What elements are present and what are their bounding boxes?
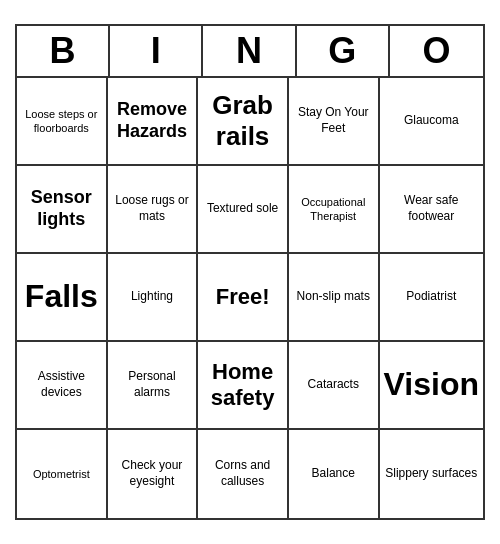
header-letter: O [390, 26, 483, 76]
header-letter: G [297, 26, 390, 76]
bingo-cell[interactable]: Wear safe footwear [380, 166, 483, 254]
bingo-cell[interactable]: Loose rugs or mats [108, 166, 199, 254]
bingo-cell[interactable]: Falls [17, 254, 108, 342]
header-letter: N [203, 26, 296, 76]
bingo-cell[interactable]: Free! [198, 254, 289, 342]
bingo-cell[interactable]: Balance [289, 430, 380, 518]
bingo-cell[interactable]: Stay On Your Feet [289, 78, 380, 166]
bingo-cell[interactable]: Non-slip mats [289, 254, 380, 342]
bingo-cell[interactable]: Corns and calluses [198, 430, 289, 518]
bingo-cell[interactable]: Remove Hazards [108, 78, 199, 166]
bingo-cell[interactable]: Textured sole [198, 166, 289, 254]
bingo-card: BINGO Loose steps or floorboardsRemove H… [15, 24, 485, 520]
bingo-cell[interactable]: Cataracts [289, 342, 380, 430]
bingo-cell[interactable]: Vision [380, 342, 483, 430]
bingo-cell[interactable]: Check your eyesight [108, 430, 199, 518]
bingo-cell[interactable]: Podiatrist [380, 254, 483, 342]
bingo-grid: Loose steps or floorboardsRemove Hazards… [17, 78, 483, 518]
bingo-cell[interactable]: Personal alarms [108, 342, 199, 430]
bingo-cell[interactable]: Slippery surfaces [380, 430, 483, 518]
bingo-cell[interactable]: Loose steps or floorboards [17, 78, 108, 166]
bingo-cell[interactable]: Grab rails [198, 78, 289, 166]
bingo-cell[interactable]: Optometrist [17, 430, 108, 518]
header-letter: B [17, 26, 110, 76]
bingo-header: BINGO [17, 26, 483, 78]
bingo-cell[interactable]: Glaucoma [380, 78, 483, 166]
bingo-cell[interactable]: Sensor lights [17, 166, 108, 254]
bingo-cell[interactable]: Home safety [198, 342, 289, 430]
bingo-cell[interactable]: Assistive devices [17, 342, 108, 430]
bingo-cell[interactable]: Occupational Therapist [289, 166, 380, 254]
header-letter: I [110, 26, 203, 76]
bingo-cell[interactable]: Lighting [108, 254, 199, 342]
